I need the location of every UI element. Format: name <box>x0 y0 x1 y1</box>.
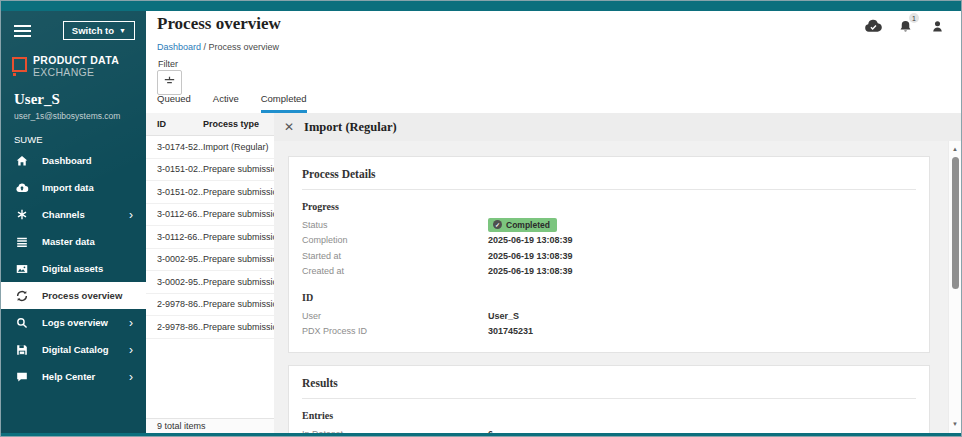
sidebar-item-logs-overview[interactable]: Logs overview › <box>1 309 146 336</box>
home-icon <box>15 154 29 168</box>
brand-line1: PRODUCT DATA <box>33 55 119 67</box>
tab-completed[interactable]: Completed <box>261 93 307 113</box>
detail-panel-body: Process Details Progress Status ✓ Comple… <box>274 141 948 433</box>
user-email: user_1s@stibosystems.com <box>14 111 146 121</box>
cell-type: Prepare submission <box>203 164 274 174</box>
bottom-accent-strip <box>1 433 961 436</box>
field-value: 2025-06-19 13:08:39 <box>488 251 573 261</box>
field-label: Created at <box>302 266 488 276</box>
column-header-id[interactable]: ID <box>146 119 203 129</box>
table-row[interactable]: 3-0174-52... Import (Regular) <box>146 136 274 159</box>
status-badge: ✓ Completed <box>488 218 557 232</box>
user-name: User_S <box>14 91 146 108</box>
check-circle-icon: ✓ <box>493 220 502 229</box>
panel-scrollbar[interactable]: ▲ ▼ <box>948 141 961 433</box>
process-table: ID Process type 3-0174-52... Import (Reg… <box>146 113 274 433</box>
tab-active[interactable]: Active <box>213 93 239 113</box>
sidebar-item-label: Logs overview <box>42 317 108 328</box>
chevron-right-icon: › <box>129 317 133 329</box>
sidebar-item-label: Master data <box>42 236 95 247</box>
cell-id: 3-0151-02... <box>146 187 203 197</box>
table-row[interactable]: 2-9978-86... Prepare submission <box>146 294 274 317</box>
workspace-name: SUWE <box>14 134 146 145</box>
chevron-right-icon: › <box>129 371 133 383</box>
detail-panel: ✕ Import (Regular) Process Details Progr… <box>274 113 961 433</box>
user-account-icon[interactable] <box>928 18 947 34</box>
hamburger-menu-icon[interactable] <box>14 25 31 37</box>
group-subheading: Entries <box>302 410 916 421</box>
field-label: User <box>302 311 488 321</box>
sidebar-item-master-data[interactable]: Master data <box>1 228 146 255</box>
cloud-status-icon[interactable] <box>864 18 883 34</box>
sync-icon <box>15 289 29 303</box>
topbar-icons: 1 <box>864 18 947 34</box>
scroll-down-icon[interactable]: ▼ <box>949 421 961 427</box>
cell-id: 2-9978-86... <box>146 299 203 309</box>
sidebar-item-label: Digital Catalog <box>42 344 109 355</box>
sidebar-item-help-center[interactable]: Help Center › <box>1 363 146 390</box>
top-accent-strip <box>1 1 961 11</box>
table-row[interactable]: 3-0112-66... Prepare submission <box>146 204 274 227</box>
sidebar-item-import-data[interactable]: Import data <box>1 174 146 201</box>
table-row[interactable]: 3-0151-02... Prepare submission <box>146 159 274 182</box>
breadcrumb-current: Process overview <box>209 42 280 52</box>
cell-id: 3-0112-66... <box>146 209 203 219</box>
divider <box>302 189 916 190</box>
filter-button[interactable] <box>157 70 182 95</box>
notification-count-badge: 1 <box>909 13 919 23</box>
id-group: ID User User_S PDX Process ID 301745231 <box>302 292 916 339</box>
channels-icon <box>15 208 29 222</box>
master-data-icon <box>15 235 29 249</box>
cell-type: Prepare submission <box>203 232 274 242</box>
status-row: Status ✓ Completed <box>302 217 916 233</box>
cell-id: 3-0174-52... <box>146 142 203 152</box>
sidebar-item-label: Process overview <box>42 290 122 301</box>
breadcrumb-dashboard-link[interactable]: Dashboard <box>157 42 201 52</box>
table-row[interactable]: 3-0151-02... Prepare submission <box>146 181 274 204</box>
cloud-upload-icon <box>15 181 29 195</box>
cell-type: Prepare submission <box>203 209 274 219</box>
sidebar-item-label: Channels <box>42 209 85 220</box>
close-icon[interactable]: ✕ <box>284 121 294 133</box>
user-row: User User_S <box>302 308 916 324</box>
field-label: Status <box>302 220 488 230</box>
results-card: Results Entries In Dataset 6 Imported 6 <box>288 365 930 433</box>
cell-id: 3-0112-66... <box>146 232 203 242</box>
sidebar-item-label: Dashboard <box>42 155 92 166</box>
sidebar-item-digital-catalog[interactable]: Digital Catalog › <box>1 336 146 363</box>
scroll-up-icon[interactable]: ▲ <box>949 146 961 152</box>
sidebar-item-label: Import data <box>42 182 94 193</box>
table-row[interactable]: 3-0002-95... Prepare submission <box>146 249 274 272</box>
chevron-down-icon: ▼ <box>119 27 126 34</box>
cell-type: Import (Regular) <box>203 142 274 152</box>
switch-to-label: Switch to <box>72 25 114 36</box>
table-row[interactable]: 2-9978-86... Prepare submission <box>146 316 274 339</box>
card-heading: Process Details <box>302 168 916 180</box>
cell-id: 3-0151-02... <box>146 164 203 174</box>
scrollbar-thumb[interactable] <box>952 157 959 289</box>
sidebar-item-digital-assets[interactable]: Digital assets <box>1 255 146 282</box>
tab-queued[interactable]: Queued <box>157 93 191 113</box>
column-header-process-type[interactable]: Process type <box>203 119 274 129</box>
sidebar-item-channels[interactable]: Channels › <box>1 201 146 228</box>
save-disk-icon <box>15 343 29 357</box>
group-subheading: ID <box>302 292 916 303</box>
image-icon <box>15 262 29 276</box>
cell-type: Prepare submission <box>203 254 274 264</box>
sidebar-item-dashboard[interactable]: Dashboard <box>1 147 146 174</box>
switch-to-button[interactable]: Switch to ▼ <box>63 21 135 40</box>
created-at-row: Created at 2025-06-19 13:08:39 <box>302 264 916 280</box>
table-row[interactable]: 3-0112-66... Prepare submission <box>146 226 274 249</box>
notifications-bell-icon[interactable]: 1 <box>896 18 915 34</box>
total-items-count: 9 total items <box>157 421 206 431</box>
cell-type: Prepare submission <box>203 322 274 332</box>
cell-type: Prepare submission <box>203 187 274 197</box>
field-value: 2025-06-19 13:08:39 <box>488 235 573 245</box>
detail-panel-header: ✕ Import (Regular) <box>274 113 961 141</box>
divider <box>302 398 916 399</box>
filter-label: Filter <box>158 59 178 69</box>
table-row[interactable]: 3-0002-95... Prepare submission <box>146 271 274 294</box>
sidebar-item-process-overview[interactable]: Process overview <box>1 282 146 309</box>
detail-panel-title: Import (Regular) <box>304 120 397 135</box>
entries-group: Entries In Dataset 6 Imported 6 <box>302 410 916 433</box>
